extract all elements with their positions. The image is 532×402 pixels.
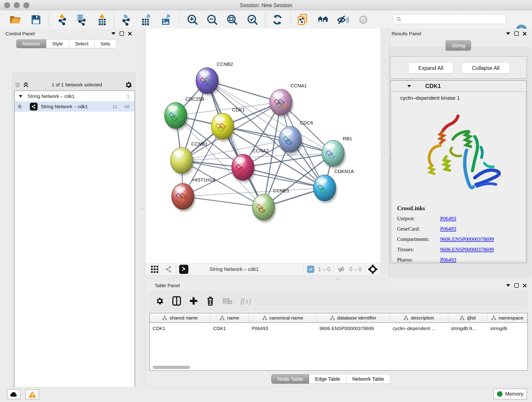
hide-selected-icon[interactable] (336, 13, 349, 26)
table-cell[interactable]: stringdb (487, 326, 527, 331)
network-edge[interactable] (207, 81, 264, 207)
network-node[interactable] (211, 113, 235, 141)
network-node[interactable] (172, 183, 195, 211)
first-neighbors-icon[interactable] (297, 13, 309, 26)
save-session-icon[interactable] (30, 13, 42, 26)
crosslink-link[interactable]: P06493 (440, 216, 456, 222)
tab-style[interactable]: Style (46, 39, 69, 48)
apply-layout-icon[interactable] (271, 13, 284, 26)
tree-expander-icon[interactable] (19, 95, 22, 97)
network-node[interactable] (171, 147, 194, 176)
results-panel-close-icon[interactable] (523, 32, 526, 36)
control-panel-close-icon[interactable] (128, 32, 132, 36)
tab-node-table[interactable]: Node Table (271, 374, 309, 384)
results-panel-float-icon[interactable] (506, 32, 510, 35)
tab-network-table[interactable]: Network Table (346, 374, 390, 384)
zoom-in-icon[interactable] (186, 13, 199, 26)
table-panel-close-icon[interactable] (523, 284, 526, 287)
column-header-database-identifier[interactable]: database identifier (317, 313, 390, 322)
crosslink-link[interactable]: P06493 (440, 226, 456, 232)
import-network-database-icon[interactable] (75, 13, 88, 26)
table-cell[interactable]: 9606.ENSP00000378699 (317, 326, 390, 331)
network-options-gear-icon[interactable] (124, 81, 133, 89)
gene-section-expander-icon[interactable] (407, 85, 411, 87)
table-cell[interactable]: stringdb:9... (448, 326, 488, 331)
open-session-icon[interactable] (9, 13, 22, 26)
birdseye-view-icon[interactable] (179, 265, 188, 274)
network-node[interactable] (313, 175, 337, 203)
expand-all-button[interactable]: Expand All (408, 62, 453, 74)
network-node[interactable] (322, 140, 346, 168)
network-node[interactable] (270, 89, 293, 117)
column-header-description[interactable]: description (390, 313, 448, 322)
network-canvas[interactable]: CCNB2CCNA1CDC25BCDK1CDC6RB1CCNB1CCNA2CDK… (145, 29, 381, 263)
table-cell[interactable]: CDK1 (210, 326, 249, 331)
crosslink-link[interactable]: P06493 (440, 257, 456, 263)
create-column-icon[interactable] (189, 296, 198, 306)
column-header-shared-name[interactable]: shared name (150, 313, 210, 322)
zoom-out-icon[interactable] (206, 13, 219, 26)
bottom-splitter-handle[interactable] (336, 277, 340, 280)
tab-edge-table[interactable]: Edge Table (309, 374, 346, 384)
table-panel-float-icon[interactable] (506, 284, 510, 287)
scrollbar-thumb[interactable] (152, 366, 190, 369)
show-columns-icon[interactable] (172, 296, 181, 306)
cloud-status-button[interactable] (7, 389, 21, 400)
results-panel-title: Results Panel (392, 31, 421, 36)
zoom-selected-icon[interactable] (246, 13, 259, 26)
export-table-icon[interactable] (139, 13, 152, 26)
left-splitter-handle[interactable] (140, 206, 143, 209)
expand-all-networks-icon[interactable] (14, 82, 21, 88)
table-cell[interactable]: cyclin–dependent ... (390, 326, 448, 331)
collapse-all-button[interactable]: Collapse All (462, 62, 510, 74)
node-label: CDC25B (185, 96, 204, 102)
table-hscrollbar[interactable] (149, 366, 527, 370)
control-panel-float-icon[interactable] (111, 32, 115, 35)
results-panel-maximize-icon[interactable] (514, 32, 519, 36)
column-header-namespace[interactable]: namespace (487, 313, 527, 322)
title-bar: Session: New Session (0, 0, 532, 11)
column-type-icon (262, 315, 267, 320)
hidden-indicator-eye-icon[interactable] (337, 266, 346, 273)
pan-mode-icon[interactable] (368, 265, 377, 274)
tab-network[interactable]: Network (16, 39, 46, 48)
zoom-fit-icon[interactable] (226, 13, 239, 26)
show-all-icon-disabled[interactable] (357, 13, 370, 26)
table-cell[interactable]: CDK1 (150, 326, 210, 331)
right-splitter-handle[interactable] (382, 151, 385, 154)
share-view-icon[interactable] (165, 265, 172, 273)
crosslink-link[interactable]: 9606.ENSP00000378699 (440, 236, 494, 242)
tab-sets[interactable]: Sets (95, 39, 116, 48)
crosslink-link[interactable]: 9606.ENSP00000378699 (440, 247, 494, 253)
table-options-gear-icon[interactable] (155, 296, 164, 306)
search-input[interactable] (404, 16, 506, 22)
import-network-file-icon[interactable] (56, 13, 69, 26)
selected-indicator-checkbox[interactable] (307, 266, 314, 273)
import-table-icon[interactable] (96, 13, 109, 26)
warnings-button[interactable] (25, 389, 39, 400)
export-network-icon[interactable] (119, 13, 132, 26)
home-neighborhood-icon[interactable] (317, 13, 330, 26)
export-image-icon[interactable] (159, 13, 172, 26)
column-header-canonical-name[interactable]: canonical name (249, 313, 317, 322)
collapse-all-networks-icon[interactable] (22, 82, 29, 88)
network-node[interactable] (252, 194, 276, 222)
network-node[interactable] (196, 68, 220, 96)
control-panel-maximize-icon[interactable] (120, 32, 124, 36)
tab-select[interactable]: Select (69, 39, 95, 48)
network-graph[interactable] (146, 29, 380, 263)
memory-button[interactable]: Memory (493, 389, 527, 400)
table-panel-maximize-icon[interactable] (514, 283, 519, 288)
network-node[interactable] (165, 102, 188, 131)
grid-mode-icon[interactable] (151, 265, 159, 274)
network-node[interactable] (232, 154, 255, 182)
network-tree-root-row[interactable]: String Network – cdk1 1 (15, 91, 134, 101)
network-node[interactable] (279, 126, 303, 154)
table-row[interactable]: CDK1CDK1P064939606.ENSP00000378699cyclin… (150, 323, 527, 334)
delete-column-icon[interactable] (206, 296, 215, 306)
column-header-name[interactable]: name (210, 313, 249, 322)
column-header--id[interactable]: @id (448, 313, 488, 322)
network-tree-item-row[interactable]: String Network – cdk1 11 48 (15, 101, 134, 112)
table-cell[interactable]: P06493 (249, 326, 317, 331)
tab-string[interactable]: String (446, 40, 471, 51)
